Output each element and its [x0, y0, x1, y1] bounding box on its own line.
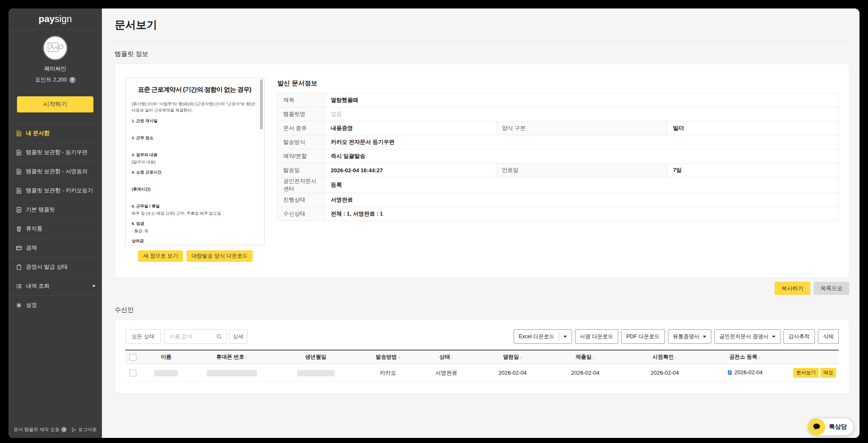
- column-header[interactable]: 열람일↓: [476, 350, 549, 364]
- sidebar-item-label: 증명서 발급 상태: [26, 263, 68, 271]
- column-header-label: 휴대폰 번호: [216, 354, 244, 360]
- column-header-label: 시점확인: [653, 354, 674, 360]
- column-header-label: 생년월일: [305, 354, 327, 360]
- submitted-date: 2026-02-04: [571, 370, 600, 376]
- doc-info-table: 제목열람했을때템플릿명없음문서 종류내용증명양식 구분빌더발송방식카카오 전자문…: [277, 93, 839, 221]
- sidebar-item-4[interactable]: 기본 템플릿: [8, 200, 102, 219]
- contract-heading: 상여금: [132, 238, 257, 244]
- recipients-section-label: 수신인: [115, 306, 849, 314]
- contract-heading: (휴게시간): [132, 187, 257, 192]
- doc-info-row: 문서 종류내용증명양식 구분빌더: [278, 121, 839, 135]
- sort-icon: ↓: [592, 354, 595, 359]
- contract-text: 매주 일 (또는 매일 단위) 근무, 주휴일 매주 일요일: [132, 210, 257, 216]
- action-button-3[interactable]: 유통증명서: [668, 329, 712, 344]
- copy-button[interactable]: 복사하기: [775, 282, 810, 295]
- action-button-4[interactable]: 공인전자문서 증명서: [714, 329, 781, 344]
- timestamp-date: 2026-02-04: [651, 370, 679, 376]
- logout-icon: [71, 427, 76, 432]
- logout-label: 로그아웃: [78, 426, 97, 433]
- profile-name: 페이싸인: [8, 65, 102, 73]
- sidebar-item-9[interactable]: 설정: [8, 295, 102, 314]
- status-filter-select[interactable]: 모든 상태: [125, 329, 161, 344]
- avatar[interactable]: [44, 36, 67, 59]
- doc-info-label: 양식 구분: [496, 121, 668, 135]
- sidebar-item-7[interactable]: 증명서 발급 상태: [8, 257, 102, 276]
- action-button-0[interactable]: Excel 다운로드: [514, 329, 572, 344]
- detail-filter-button[interactable]: 상세: [229, 329, 248, 344]
- doc-info-row: 템플릿명없음: [278, 107, 839, 121]
- doc-info-value: 카카오 전자문서 등기우편: [325, 135, 839, 149]
- row-checkbox[interactable]: [130, 370, 136, 376]
- bulk-form-download-button[interactable]: 대량발송 양식 다운로드: [186, 250, 253, 262]
- doc-view-tag-button[interactable]: 문서보기: [793, 368, 819, 378]
- contract-heading: 1. 근로 개시일: [132, 118, 257, 124]
- sidebar-item-6[interactable]: 결제: [8, 238, 102, 257]
- sidebar-item-1[interactable]: 템플릿 보관함 - 등기우편: [8, 143, 102, 162]
- column-header[interactable]: 휴대폰 번호↓: [192, 350, 272, 364]
- name-search-input[interactable]: [169, 333, 216, 340]
- column-header[interactable]: 공전소 등록↓: [708, 350, 781, 364]
- page-title: 문서보기: [115, 8, 849, 32]
- center-date: 2026-02-04: [734, 369, 763, 376]
- preview-buttons: 새 창으로 보기 대량발송 양식 다운로드: [125, 250, 265, 262]
- sidebar-item-3[interactable]: 템플릿 보관함 - 카카오등기: [8, 181, 102, 200]
- action-button-2[interactable]: PDF 다운로드: [621, 329, 665, 344]
- doc-info-value: 등록: [325, 177, 839, 193]
- sort-icon: ↓: [245, 354, 248, 359]
- template-request-link[interactable]: 문서 템플릿 제작 요청 ?: [14, 426, 67, 433]
- paysign-logo[interactable]: paysign: [8, 8, 102, 30]
- document-preview-pane: 표준 근로계약서 (기간의 정함이 없는 경우) {회사명} (이하 "사업주"…: [125, 74, 265, 267]
- redacted-name: [154, 370, 178, 376]
- document-preview: 표준 근로계약서 (기간의 정함이 없는 경우) {회사명} (이하 "사업주"…: [125, 78, 265, 245]
- chevron-down-icon: [92, 285, 96, 287]
- sidebar-item-label: 기본 템플릿: [26, 206, 55, 213]
- preview-scrollbar[interactable]: [260, 79, 263, 129]
- start-button[interactable]: 시작하기: [17, 96, 93, 112]
- points-help-icon[interactable]: ?: [69, 77, 76, 83]
- column-header[interactable]: 상태↓: [417, 350, 476, 364]
- action-button-label: 공인전자문서 증명서: [719, 333, 769, 340]
- contract-title: 표준 근로계약서 (기간의 정함이 없는 경우): [132, 86, 257, 94]
- memo-tag-button[interactable]: 메모: [820, 368, 836, 378]
- chat-consult-button[interactable]: 톡상담: [808, 418, 854, 435]
- action-button-5[interactable]: 감사추적: [783, 329, 815, 344]
- logout-link[interactable]: 로그아웃: [71, 426, 97, 433]
- column-header-label: 이름: [161, 354, 172, 360]
- sidebar-item-5[interactable]: 휴지통: [8, 219, 102, 238]
- back-to-list-button[interactable]: 목록으로: [814, 282, 849, 295]
- sidebar-item-label: 결제: [26, 244, 37, 252]
- title-divider: [115, 41, 849, 41]
- doc-info-label: 발송방식: [278, 135, 325, 149]
- template-info-card: 표준 근로계약서 (기간의 정함이 없는 경우) {회사명} (이하 "사업주"…: [115, 64, 849, 278]
- center-registration: 2026-02-04: [727, 369, 763, 376]
- column-header[interactable]: 발송방법↓: [359, 350, 417, 364]
- document-icon: [16, 188, 22, 194]
- certificate-icon: [727, 370, 733, 375]
- sidebar-item-label: 내 문서함: [26, 129, 50, 137]
- document-preview-content: 표준 근로계약서 (기간의 정함이 없는 경우) {회사명} (이하 "사업주"…: [126, 78, 264, 245]
- doc-info-row: 발송방식카카오 전자문서 등기우편: [278, 135, 839, 149]
- document-icon: [16, 149, 22, 156]
- action-button-1[interactable]: 서명 다운로드: [575, 329, 618, 344]
- doc-info-value: 없음: [325, 107, 839, 121]
- sort-icon: ↓: [398, 354, 400, 359]
- select-all-checkbox[interactable]: [130, 354, 136, 361]
- column-header-label: 상태: [440, 354, 450, 360]
- template-section-label: 템플릿 정보: [115, 50, 849, 58]
- recipients-card: 모든 상태 상세 Excel 다운로드서명 다운로드PDF 다운로드유통증명서공…: [115, 320, 849, 393]
- sidebar-item-2[interactable]: 템플릿 보관함 - 서명동의: [8, 162, 102, 181]
- trash-icon: [16, 226, 22, 232]
- recipient-action-buttons: Excel 다운로드서명 다운로드PDF 다운로드유통증명서공인전자문서 증명서…: [511, 329, 839, 344]
- open-new-window-button[interactable]: 새 창으로 보기: [138, 250, 183, 262]
- doc-info-label: 발송일: [278, 163, 325, 177]
- sidebar-item-8[interactable]: 내역 조회: [8, 276, 102, 295]
- action-button-6[interactable]: 삭제: [818, 329, 839, 344]
- doc-info-value: 서명완료: [325, 193, 839, 207]
- recipient-row: 카카오서명완료2026-02-042026-02-042026-02-04202…: [125, 364, 839, 382]
- sidebar-item-0[interactable]: 내 문서함: [8, 123, 102, 143]
- search-icon[interactable]: [216, 334, 222, 339]
- column-header[interactable]: 제출일↓: [549, 350, 621, 364]
- column-header[interactable]: 시점확인↓: [621, 350, 708, 364]
- doc-info-row: 제목열람했을때: [278, 93, 839, 107]
- redacted-phone: [207, 370, 257, 376]
